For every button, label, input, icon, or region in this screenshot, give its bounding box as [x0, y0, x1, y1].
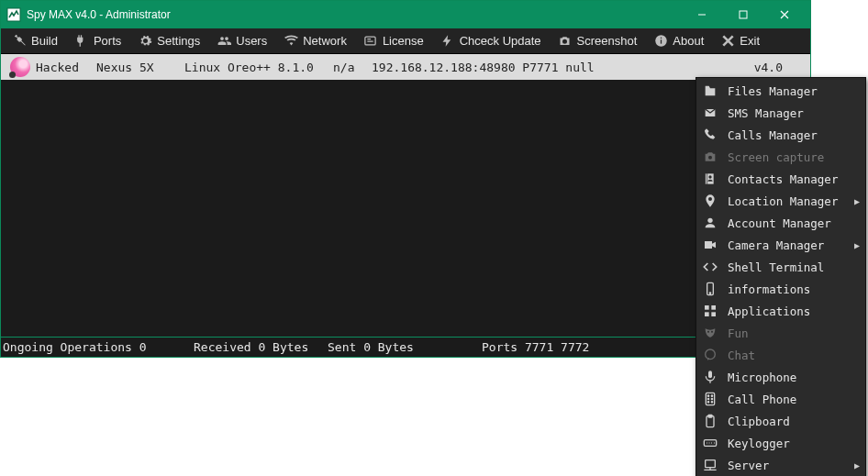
menu-item-label: Server [728, 459, 769, 472]
svg-rect-18 [708, 371, 712, 378]
maximize-button[interactable] [722, 1, 763, 28]
status-ongoing: Ongoing Operations 0 [1, 340, 194, 354]
menu-item-label: Chat [728, 349, 755, 362]
app-icon [6, 7, 21, 22]
device-row[interactable]: Hacked Nexus 5X Linux Oreo++ 8.1.0 n/a 1… [1, 54, 810, 80]
toolbar-network[interactable]: Network [276, 31, 354, 51]
svg-point-7 [708, 175, 711, 178]
menu-item-files-manager[interactable]: Files Manager [696, 80, 865, 102]
menu-item-call-phone[interactable]: Call Phone [696, 388, 865, 410]
svg-point-21 [711, 395, 712, 396]
license-icon [363, 34, 378, 49]
chevron-right-icon: ▶ [854, 460, 860, 470]
menu-item-label: Location Manager [728, 194, 838, 208]
toolbar: Build Ports Settings Users Network Licen… [1, 28, 810, 54]
server-icon [702, 457, 718, 473]
toolbar-license[interactable]: License [356, 31, 431, 51]
svg-point-15 [707, 331, 709, 333]
svg-rect-5 [661, 38, 662, 39]
menu-item-microphone[interactable]: Microphone [696, 366, 865, 388]
camera-icon [702, 149, 718, 165]
menu-item-label: Fun [728, 327, 749, 340]
menu-item-keylogger[interactable]: Keylogger [696, 432, 865, 454]
menu-item-account-manager[interactable]: Account Manager [696, 212, 865, 234]
svg-point-6 [708, 156, 712, 160]
toolbar-ports[interactable]: Ports [67, 31, 128, 51]
plug-icon [74, 34, 89, 49]
key-icon [702, 435, 718, 451]
context-menu: Files ManagerSMS ManagerCalls ManagerScr… [696, 77, 866, 476]
menu-item-label: Keylogger [728, 437, 790, 450]
toolbar-build[interactable]: Build [5, 31, 65, 51]
menu-item-label: Microphone [728, 371, 796, 384]
toolbar-screenshot[interactable]: Screenshot [551, 31, 645, 51]
chevron-right-icon: ▶ [854, 196, 860, 206]
device-icon [702, 281, 718, 297]
toolbar-label: Network [303, 34, 347, 48]
close-icon [720, 34, 735, 49]
toolbar-label: License [383, 34, 424, 48]
svg-rect-11 [705, 305, 709, 310]
status-ports: Ports 7771 7772 [482, 340, 698, 354]
window-title: Spy MAX v4.0 - Administrator [27, 8, 681, 21]
dial-icon [702, 391, 718, 407]
device-model: Nexus 5X [96, 61, 179, 74]
toolbar-update[interactable]: Chceck Update [433, 31, 549, 51]
svg-point-24 [707, 402, 708, 403]
menu-item-label: informations [728, 282, 810, 296]
svg-point-25 [711, 402, 712, 403]
menu-item-label: Screen capture [728, 150, 824, 164]
toolbar-label: Screenshot [577, 34, 638, 48]
svg-point-8 [707, 218, 712, 223]
clip-icon [702, 413, 718, 429]
device-extra: n/a [333, 61, 366, 74]
bolt-icon [440, 34, 455, 49]
phone-icon [702, 127, 718, 143]
app-window: Spy MAX v4.0 - Administrator Build Ports… [0, 0, 811, 358]
toolbar-exit[interactable]: Exit [713, 31, 767, 51]
menu-item-server[interactable]: Server▶ [696, 454, 865, 476]
menu-item-contacts-manager[interactable]: Contacts Manager [696, 168, 865, 190]
code-icon [702, 259, 718, 275]
svg-rect-4 [661, 39, 662, 43]
close-button[interactable] [763, 1, 805, 28]
toolbar-settings[interactable]: Settings [130, 31, 207, 51]
menu-item-fun: Fun [696, 322, 865, 344]
toolbar-users[interactable]: Users [209, 31, 274, 51]
menu-item-shell-terminal[interactable]: Shell Terminal [696, 256, 865, 278]
device-list: Hacked Nexus 5X Linux Oreo++ 8.1.0 n/a 1… [1, 54, 810, 80]
status-recv: Received 0 Bytes [194, 340, 328, 354]
mail-icon [702, 105, 718, 121]
toolbar-about[interactable]: About [646, 31, 711, 51]
menu-item-camera-manager[interactable]: Camera Manager▶ [696, 234, 865, 256]
location-icon [702, 193, 718, 209]
svg-point-22 [707, 398, 708, 399]
minimize-button[interactable] [681, 1, 722, 28]
wifi-icon [284, 34, 298, 49]
menu-item-location-manager[interactable]: Location Manager▶ [696, 190, 865, 212]
svg-rect-13 [705, 312, 709, 316]
menu-item-label: Contacts Manager [728, 172, 838, 186]
chevron-right-icon: ▶ [854, 240, 860, 250]
menu-item-applications[interactable]: Applications [696, 300, 865, 322]
svg-rect-29 [706, 460, 716, 468]
contact-icon [702, 171, 718, 187]
device-conn: 192.168.12.188:48980 P7771 null [372, 61, 610, 74]
mask-icon [702, 325, 718, 341]
menu-item-calls-manager[interactable]: Calls Manager [696, 124, 865, 146]
menu-item-label: Clipboard [728, 415, 790, 428]
menu-item-label: Account Manager [728, 216, 831, 230]
menu-item-informations[interactable]: informations [696, 278, 865, 300]
svg-rect-1 [740, 11, 747, 18]
svg-point-20 [707, 395, 708, 396]
svg-rect-28 [704, 440, 716, 447]
window-controls [681, 1, 805, 28]
menu-item-clipboard[interactable]: Clipboard [696, 410, 865, 432]
toolbar-label: Exit [740, 34, 760, 48]
folder-icon [702, 83, 718, 99]
menu-item-sms-manager[interactable]: SMS Manager [696, 102, 865, 124]
main-area [1, 80, 810, 337]
svg-rect-12 [711, 305, 716, 310]
svg-rect-27 [708, 415, 712, 417]
toolbar-label: Users [236, 34, 267, 48]
